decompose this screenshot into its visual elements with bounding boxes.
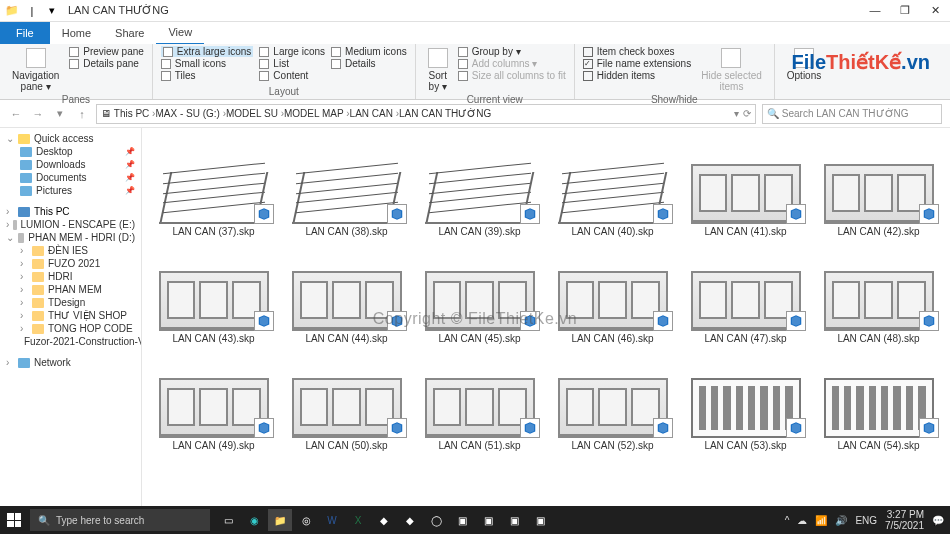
sidebar-fuzo[interactable]: ›FUZO 2021 [0,257,141,270]
clock[interactable]: 3:27 PM 7/5/2021 [885,509,924,531]
app-icon[interactable]: ▣ [476,509,500,531]
file-item[interactable]: LAN CAN (38).skp [281,134,412,237]
file-item[interactable]: LAN CAN (46).skp [547,241,678,344]
app-icon[interactable]: ◆ [398,509,422,531]
taskbar-search[interactable]: 🔍 Type here to search [30,509,210,531]
medium-icons-option[interactable]: Medium icons [331,46,407,57]
file-item[interactable]: LAN CAN (37).skp [148,134,279,237]
file-item[interactable]: LAN CAN (49).skp [148,348,279,451]
recent-dropdown[interactable]: ▾ [52,107,68,120]
excel-icon[interactable]: X [346,509,370,531]
edge-icon[interactable]: ◉ [242,509,266,531]
file-item[interactable]: LAN CAN (45).skp [414,241,545,344]
tray-icon[interactable]: ☁ [797,515,807,526]
start-button[interactable] [0,513,28,527]
file-item[interactable]: LAN CAN (40).skp [547,134,678,237]
navigation-pane-button[interactable]: Navigation pane ▾ [8,46,63,94]
app-icon[interactable]: ▣ [528,509,552,531]
volume-icon[interactable]: 🔊 [835,515,847,526]
file-item[interactable]: LAN CAN (39).skp [414,134,545,237]
sidebar-tdesign[interactable]: ›TDesign [0,296,141,309]
tray-chevron-icon[interactable]: ^ [785,515,790,526]
app-icon[interactable]: ▣ [450,509,474,531]
small-icons-option[interactable]: Small icons [161,58,253,69]
list-option[interactable]: List [259,58,325,69]
size-columns-button[interactable]: Size all columns to fit [458,70,566,81]
sidebar-phanmem-drive[interactable]: ⌄PHAN MEM - HDRI (D:) [0,231,141,244]
word-icon[interactable]: W [320,509,344,531]
back-button[interactable]: ← [8,108,24,120]
file-item[interactable]: LAN CAN (50).skp [281,348,412,451]
sidebar-quick-access[interactable]: ⌄Quick access [0,132,141,145]
file-item[interactable]: LAN CAN (52).skp [547,348,678,451]
file-item[interactable]: LAN CAN (51).skp [414,348,545,451]
file-item[interactable]: LAN CAN (48).skp [813,241,944,344]
sidebar-this-pc[interactable]: ›This PC [0,205,141,218]
crumb[interactable]: MAX - SU (G:) [155,108,226,119]
refresh-icon[interactable]: ⟳ [743,108,751,119]
add-columns-button[interactable]: Add columns ▾ [458,58,566,69]
group-by-button[interactable]: Group by ▾ [458,46,566,57]
wifi-icon[interactable]: 📶 [815,515,827,526]
tab-home[interactable]: Home [50,22,103,44]
file-item[interactable]: LAN CAN (44).skp [281,241,412,344]
minimize-button[interactable]: — [860,4,890,17]
preview-pane-button[interactable]: Preview pane [69,46,144,57]
language-indicator[interactable]: ENG [855,515,877,526]
app-icon[interactable]: ▣ [502,509,526,531]
sidebar-desktop[interactable]: Desktop📌 [0,145,141,158]
tab-view[interactable]: View [156,21,204,45]
hidden-items-toggle[interactable]: Hidden items [583,70,692,81]
sidebar-lumion-drive[interactable]: ›LUMION - ENSCAPE (E:) [0,218,141,231]
crumb[interactable]: LAN CAN [350,108,399,119]
forward-button[interactable]: → [30,108,46,120]
tiles-option[interactable]: Tiles [161,70,253,81]
sidebar-pictures[interactable]: Pictures📌 [0,184,141,197]
file-item[interactable]: LAN CAN (41).skp [680,134,811,237]
maximize-button[interactable]: ❐ [890,4,920,17]
notifications-icon[interactable]: 💬 [932,515,944,526]
sidebar-documents[interactable]: Documents📌 [0,171,141,184]
sidebar-thuvien[interactable]: ›THƯ VIỆN SHOP [0,309,141,322]
tab-share[interactable]: Share [103,22,156,44]
details-option[interactable]: Details [331,58,407,69]
search-box[interactable]: 🔍 Search LAN CAN THƯỜNG [762,104,942,124]
crumb[interactable]: MODEL MAP [284,108,350,119]
sidebar-fuzor[interactable]: Fuzor-2021-Construction-VDC-In... [0,335,141,348]
large-icons-option[interactable]: Large icons [259,46,325,57]
crumb[interactable]: LAN CAN THƯỜNG [399,108,491,119]
addr-dropdown-icon[interactable]: ▾ [734,108,739,119]
sidebar-hdri[interactable]: ›HDRI [0,270,141,283]
chrome-icon[interactable]: ◎ [294,509,318,531]
file-item[interactable]: LAN CAN (54).skp [813,348,944,451]
sort-by-button[interactable]: Sort by ▾ [424,46,452,94]
file-extensions-toggle[interactable]: ✓File name extensions [583,58,692,69]
hide-selected-button[interactable]: Hide selected items [697,46,766,94]
extra-large-icons-option[interactable]: Extra large icons [161,46,253,57]
file-item[interactable]: LAN CAN (43).skp [148,241,279,344]
up-button[interactable]: ↑ [74,108,90,120]
qat-dropdown-icon[interactable]: ▾ [44,3,60,19]
app-icon[interactable]: ◆ [372,509,396,531]
app-icon[interactable]: ◯ [424,509,448,531]
sidebar-network[interactable]: ›Network [0,356,141,369]
file-item[interactable]: LAN CAN (47).skp [680,241,811,344]
file-item[interactable]: LAN CAN (53).skp [680,348,811,451]
explorer-icon[interactable]: 📁 [268,509,292,531]
sidebar-downloads[interactable]: Downloads📌 [0,158,141,171]
sidebar-denies[interactable]: ›ĐÈN IES [0,244,141,257]
content-option[interactable]: Content [259,70,325,81]
address-bar[interactable]: 🖥 This PC MAX - SU (G:) MODEL SU MODEL M… [96,104,756,124]
sidebar-tonghop[interactable]: ›TONG HOP CODE [0,322,141,335]
file-item[interactable]: LAN CAN (42).skp [813,134,944,237]
details-pane-button[interactable]: Details pane [69,58,144,69]
crumb[interactable]: MODEL SU [226,108,284,119]
taskview-icon[interactable]: ▭ [216,509,240,531]
file-tab[interactable]: File [0,22,50,44]
close-button[interactable]: ✕ [920,4,950,17]
nav-pane[interactable]: ⌄Quick access Desktop📌 Downloads📌 Docume… [0,128,142,508]
item-check-boxes-toggle[interactable]: Item check boxes [583,46,692,57]
content-area[interactable]: LAN CAN (37).skpLAN CAN (38).skpLAN CAN … [142,128,950,508]
sidebar-phanmem[interactable]: ›PHAN MEM [0,283,141,296]
crumb[interactable]: This PC [114,108,156,119]
